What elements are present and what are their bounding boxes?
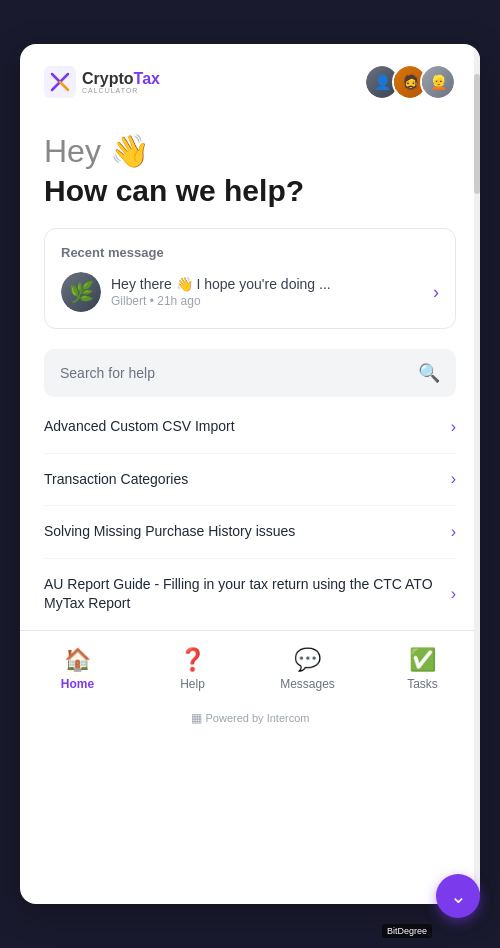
logo-icon — [44, 66, 76, 98]
powered-by: ▦ Powered by Intercom — [20, 703, 480, 733]
help-item-1[interactable]: Transaction Categories › — [44, 454, 456, 507]
scrollbar-track[interactable] — [474, 44, 480, 904]
nav-messages[interactable]: 💬 Messages — [250, 643, 365, 695]
help-item-chevron-1: › — [451, 470, 456, 488]
message-content: Hey there 👋 I hope you're doing ... Gilb… — [111, 276, 423, 308]
tasks-icon: ✅ — [409, 647, 436, 673]
home-icon: 🏠 — [64, 647, 91, 673]
logo-text: CryptoTax CALCULATOR — [82, 71, 160, 94]
avatars-group: 👤 🧔 👱 — [364, 64, 456, 100]
nav-tasks[interactable]: ✅ Tasks — [365, 643, 480, 695]
help-item-text-2: Solving Missing Purchase History issues — [44, 522, 451, 542]
recent-message-card[interactable]: Recent message 🌿 Hey there 👋 I hope you'… — [44, 228, 456, 329]
greeting-hey: Hey 👋 — [44, 132, 456, 170]
float-action-button[interactable]: ⌄ — [436, 874, 480, 918]
nav-home-label: Home — [61, 677, 94, 691]
message-text: Hey there 👋 I hope you're doing ... — [111, 276, 423, 292]
help-item-text-1: Transaction Categories — [44, 470, 451, 490]
nav-messages-label: Messages — [280, 677, 335, 691]
help-item-2[interactable]: Solving Missing Purchase History issues … — [44, 506, 456, 559]
search-bar[interactable]: Search for help 🔍 — [44, 349, 456, 397]
message-chevron-icon: › — [433, 282, 439, 303]
messages-icon: 💬 — [294, 647, 321, 673]
header: CryptoTax CALCULATOR 👤 🧔 👱 — [20, 44, 480, 100]
logo-calculator: CALCULATOR — [82, 87, 160, 94]
search-placeholder: Search for help — [60, 365, 155, 381]
nav-home[interactable]: 🏠 Home — [20, 643, 135, 695]
nav-help[interactable]: ❓ Help — [135, 643, 250, 695]
message-time: 21h ago — [157, 294, 200, 308]
avatar-3: 👱 — [420, 64, 456, 100]
greeting-subtitle: How can we help? — [44, 174, 456, 208]
watermark: BitDegree — [382, 924, 432, 938]
message-meta: Gilbert • 21h ago — [111, 294, 423, 308]
widget-container: CryptoTax CALCULATOR 👤 🧔 👱 Hey 👋 How can… — [20, 44, 480, 904]
help-list: Advanced Custom CSV Import › Transaction… — [44, 401, 456, 630]
message-row: 🌿 Hey there 👋 I hope you're doing ... Gi… — [61, 272, 439, 312]
nav-tasks-label: Tasks — [407, 677, 438, 691]
help-item-0[interactable]: Advanced Custom CSV Import › — [44, 401, 456, 454]
logo-tax: Tax — [134, 70, 160, 87]
help-item-chevron-0: › — [451, 418, 456, 436]
bottom-nav: 🏠 Home ❓ Help 💬 Messages ✅ Tasks — [20, 630, 480, 703]
help-icon: ❓ — [179, 647, 206, 673]
logo-crypto: Crypto — [82, 70, 134, 87]
recent-message-label: Recent message — [61, 245, 439, 260]
message-sender: Gilbert — [111, 294, 146, 308]
intercom-icon: ▦ — [191, 711, 202, 725]
nav-help-label: Help — [180, 677, 205, 691]
help-item-text-0: Advanced Custom CSV Import — [44, 417, 451, 437]
message-avatar: 🌿 — [61, 272, 101, 312]
greeting-section: Hey 👋 How can we help? — [20, 100, 480, 228]
help-item-chevron-2: › — [451, 523, 456, 541]
help-item-3[interactable]: AU Report Guide - Filling in your tax re… — [44, 559, 456, 630]
search-icon: 🔍 — [418, 362, 440, 384]
powered-by-text: Powered by Intercom — [206, 712, 310, 724]
scrollbar-thumb[interactable] — [474, 74, 480, 194]
help-item-chevron-3: › — [451, 585, 456, 603]
logo: CryptoTax CALCULATOR — [44, 66, 160, 98]
help-item-text-3: AU Report Guide - Filling in your tax re… — [44, 575, 451, 614]
